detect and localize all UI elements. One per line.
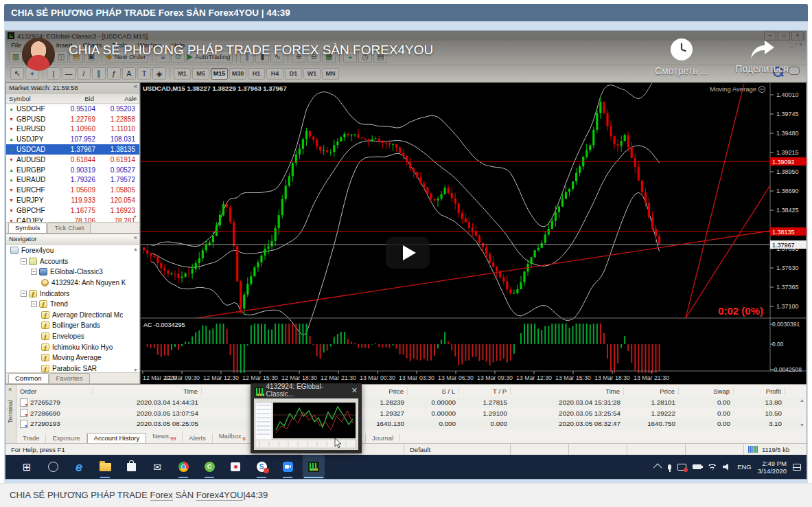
mt4-taskbar-icon[interactable]: [303, 455, 325, 479]
new-chart-icon[interactable]: ▥: [9, 51, 23, 63]
tab-common[interactable]: Common: [8, 373, 49, 383]
tab-symbols[interactable]: Symbols: [8, 223, 47, 233]
nav-scroll-up-icon[interactable]: ▲: [133, 247, 138, 251]
text-tool-icon[interactable]: A: [122, 67, 136, 80]
label-tool-icon[interactable]: T: [137, 67, 151, 80]
market-watch-row-euraud[interactable]: ▲EURAUD1.793261.79572: [6, 175, 139, 185]
terminal-tab-account-history[interactable]: Account History: [87, 433, 147, 443]
market-watch-row-gbpchf[interactable]: ▼GBPCHF1.167751.16923: [6, 205, 139, 216]
market-watch-row-usdchf[interactable]: ▲USDCHF0.951040.95203: [6, 104, 139, 114]
taskbar-preview-popup[interactable]: 4132924: EGlobal-Classic... ✕: [251, 383, 362, 453]
coccoc-icon[interactable]: C: [198, 455, 220, 479]
chrome-icon[interactable]: [172, 455, 194, 479]
terminal-tab-alerts[interactable]: Alerts: [183, 433, 212, 443]
terminal-column-profit[interactable]: Profit: [734, 387, 785, 395]
nav-item-moving-average[interactable]: fMoving Average: [6, 352, 139, 363]
skype-icon[interactable]: S: [251, 455, 272, 479]
collapse-icon[interactable]: −: [31, 269, 37, 275]
market-watch-row-gbpusd[interactable]: ▼GBPUSD1.227691.22858: [6, 114, 139, 124]
terminal-row[interactable]: 272652792020.03.04 14:44:31sell1.282390.…: [16, 397, 801, 408]
video-player[interactable]: 4132924: EGlobal-Classic3 - [USDCAD,M15]…: [5, 31, 807, 479]
timeframe-button-d1[interactable]: D1: [285, 68, 302, 80]
scroll-down-icon[interactable]: ▼: [132, 214, 137, 219]
status-profile[interactable]: Default: [404, 444, 510, 455]
mail-icon[interactable]: ✉: [146, 455, 168, 479]
collapse-icon[interactable]: −: [21, 291, 27, 297]
video-title[interactable]: CHIA SẺ PHƯƠNG PHÁP TRADE FOREX SÀN FORE…: [69, 43, 433, 58]
caption-link-forex4you[interactable]: Forex4YOU: [196, 490, 244, 501]
nav-item-accounts[interactable]: −Accounts: [6, 256, 139, 267]
terminal-tab-exposure[interactable]: Exposure: [46, 433, 86, 443]
tab-tick-chart[interactable]: Tick Chart: [47, 223, 91, 233]
cursor-tool-icon[interactable]: ↖: [10, 67, 24, 80]
start-button[interactable]: ⊞: [16, 455, 38, 479]
market-watch-row-eurusd[interactable]: ▼EURUSD1.109601.11010: [6, 124, 139, 135]
market-watch-row-eurjpy[interactable]: ▼EURJPY119.933120.054: [6, 195, 139, 205]
market-watch-row-usdcad[interactable]: ▲USDCAD1.379671.38135: [6, 144, 139, 155]
nav-item-envelopes[interactable]: fEnvelopes: [6, 331, 139, 342]
share-button[interactable]: Поделиться: [721, 40, 802, 74]
timeframe-button-mn[interactable]: MN: [322, 68, 339, 80]
nav-item-bollinger-bands[interactable]: fBollinger Bands: [6, 320, 139, 331]
nav-item-ichimoku-kinko-hyo[interactable]: fIchimoku Kinko Hyo: [6, 341, 139, 352]
shapes-tool-icon[interactable]: ◈: [152, 67, 166, 80]
scroll-up-icon[interactable]: ▲: [133, 95, 138, 100]
terminal-column-order[interactable]: Order: [16, 387, 93, 395]
navigator-close-icon[interactable]: ×: [134, 234, 137, 241]
hline-tool-icon[interactable]: —: [62, 67, 76, 80]
nav-item-indicators[interactable]: −fIndicators: [6, 288, 139, 299]
terminal-tab-mailbox[interactable]: Mailbox 6: [213, 431, 253, 443]
trendline-tool-icon[interactable]: /: [77, 67, 91, 80]
terminal-scroll-up-icon[interactable]: ▲: [800, 398, 804, 403]
nav-scroll-down-icon[interactable]: ▼: [133, 368, 138, 372]
terminal-tab-news[interactable]: News 99: [146, 431, 183, 443]
play-button[interactable]: [386, 237, 430, 269]
channel-avatar[interactable]: [22, 38, 55, 71]
timeframe-button-w1[interactable]: W1: [303, 68, 321, 80]
microphone-icon[interactable]: [668, 464, 671, 470]
tab-favorites[interactable]: Favorites: [49, 373, 90, 383]
language-indicator[interactable]: ENG: [737, 463, 752, 471]
chevron-up-icon[interactable]: [656, 464, 662, 470]
caption-link-forex[interactable]: Forex: [150, 490, 173, 501]
market-watch-row-audusd[interactable]: ▼AUDUSD0.618440.61914: [6, 155, 139, 165]
timeframe-button-h1[interactable]: H1: [248, 68, 265, 80]
timeframe-button-m15[interactable]: M15: [211, 68, 228, 80]
popup-close-icon[interactable]: ✕: [351, 386, 358, 395]
terminal-row[interactable]: 272866902020.03.05 13:07:54sell1.293270.…: [16, 408, 801, 419]
nav-item-trend[interactable]: −fTrend: [6, 299, 139, 310]
taskbar-clock[interactable]: 2:49 PM3/14/2020: [758, 460, 787, 475]
volume-icon[interactable]: [723, 464, 731, 471]
terminal-column-price[interactable]: Price: [624, 387, 679, 395]
store-icon[interactable]: [120, 455, 142, 479]
edge-icon[interactable]: e: [68, 455, 90, 479]
fibonacci-tool-icon[interactable]: ƒ: [107, 67, 121, 80]
data-window-icon[interactable]: ◫: [54, 51, 68, 63]
file-explorer-icon[interactable]: [94, 455, 116, 479]
cortana-icon[interactable]: [42, 455, 64, 479]
terminal-column-time[interactable]: Time: [93, 387, 202, 395]
watch-later-button[interactable]: Смотреть ...: [647, 38, 716, 76]
terminal-side-label[interactable]: Terminal: [7, 400, 14, 423]
remote-app-icon[interactable]: [224, 455, 246, 479]
collapse-icon[interactable]: −: [21, 258, 27, 264]
timeframe-button-m30[interactable]: M30: [229, 68, 246, 80]
timeframe-button-h4[interactable]: H4: [266, 68, 283, 80]
timeframe-button-m1[interactable]: M1: [174, 68, 191, 80]
terminal-column-sl[interactable]: S / L: [408, 387, 459, 395]
menu-item-file[interactable]: File: [11, 41, 21, 49]
terminal-scroll-down-icon[interactable]: ▼: [800, 422, 804, 427]
nav-item-forex4you[interactable]: Forex4you: [6, 245, 139, 256]
terminal-tab-trade[interactable]: Trade: [16, 433, 46, 443]
vline-tool-icon[interactable]: |: [47, 67, 60, 80]
wifi-icon[interactable]: [708, 464, 717, 471]
column-bid[interactable]: Bid: [57, 95, 98, 102]
market-watch-row-eurgbp[interactable]: ▲EURGBP0.903190.90527: [6, 165, 139, 175]
zoom-app-icon[interactable]: [277, 455, 299, 479]
nav-item-eglobal-classic3[interactable]: −EGlobal-Classic3: [6, 267, 139, 278]
battery-icon[interactable]: [693, 464, 701, 469]
market-watch-row-eurchf[interactable]: ▼EURCHF1.056091.05805: [6, 185, 139, 195]
market-watch-close-icon[interactable]: ×: [134, 83, 137, 90]
price-chart[interactable]: 1.400101.397451.394801.392151.389501.386…: [140, 82, 807, 385]
timeframe-button-m5[interactable]: M5: [192, 68, 209, 80]
